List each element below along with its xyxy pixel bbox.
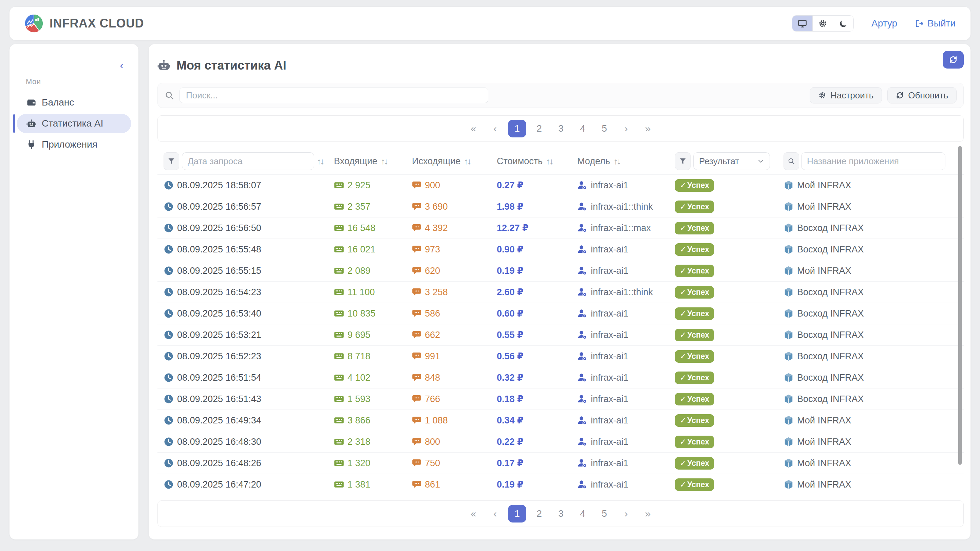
clock-icon <box>164 458 174 468</box>
table-row: 08.09.2025 16:54:23 11 100 3 258 2.60 ₽ … <box>158 281 964 303</box>
logout-label: Выйти <box>928 18 956 29</box>
result-filter-select[interactable]: Результат <box>693 152 770 170</box>
check-icon: ✓ <box>680 395 686 403</box>
user-link[interactable]: Артур <box>872 18 897 29</box>
app-box-icon <box>784 308 794 319</box>
request-date: 08.09.2025 16:56:57 <box>177 202 261 212</box>
request-date: 08.09.2025 16:55:15 <box>177 266 261 276</box>
sidebar-item-label: Статистика AI <box>42 118 103 129</box>
check-icon: ✓ <box>680 417 686 424</box>
clock-icon <box>164 223 174 233</box>
sidebar-item-ai-statistics[interactable]: Статистика AI <box>17 114 131 133</box>
refresh-page-button[interactable] <box>943 51 964 68</box>
pagination-page-4[interactable]: 4 <box>574 120 592 137</box>
app-box-icon <box>784 202 794 212</box>
app-box-icon <box>784 223 794 233</box>
column-header-model[interactable]: Модель↑↓ <box>577 156 620 167</box>
app-name: Восход INFRAX <box>797 330 864 340</box>
status-badge: ✓Успех <box>675 478 714 491</box>
table-row: 08.09.2025 16:56:50 16 548 4 392 12.27 ₽… <box>158 217 964 238</box>
status-badge: ✓Успех <box>675 436 714 448</box>
robot-icon <box>27 119 36 129</box>
search-icon <box>788 157 795 165</box>
main-panel: Моя статистика AI Настроить Обновить «‹1… <box>149 44 970 540</box>
keyboard-icon <box>334 480 344 490</box>
output-tokens: 848 <box>425 373 440 383</box>
pagination-prev[interactable]: ‹ <box>486 505 504 522</box>
model-name: infrax-ai1 <box>591 437 628 447</box>
request-date: 08.09.2025 16:51:43 <box>177 394 261 405</box>
vertical-scrollbar-thumb[interactable] <box>958 146 962 465</box>
result-filter-button[interactable] <box>675 152 690 170</box>
configure-button[interactable]: Настроить <box>810 87 882 103</box>
model-name: infrax-ai1 <box>591 394 628 405</box>
chat-bubble-icon <box>412 458 422 468</box>
sidebar-nav: Баланс Статистика AI Приложения <box>10 93 138 154</box>
clock-icon <box>164 244 174 254</box>
app-search-input[interactable] <box>801 152 945 170</box>
pagination-page-5[interactable]: 5 <box>595 120 613 137</box>
person-gear-icon <box>577 308 587 319</box>
theme-system-button[interactable] <box>792 16 813 31</box>
theme-dark-button[interactable] <box>833 16 853 31</box>
sidebar-item-applications[interactable]: Приложения <box>17 135 131 154</box>
pagination-first[interactable]: « <box>465 120 482 137</box>
input-tokens: 4 102 <box>347 373 371 383</box>
pagination-page-3[interactable]: 3 <box>552 505 570 522</box>
logout-link[interactable]: Выйти <box>915 18 956 29</box>
pagination-page-1[interactable]: 1 <box>508 120 526 137</box>
pagination-first[interactable]: « <box>465 505 482 522</box>
pagination-page-1[interactable]: 1 <box>508 505 526 522</box>
column-header-input-tokens[interactable]: Входящие↑↓ <box>334 156 387 167</box>
output-tokens: 620 <box>425 266 440 276</box>
page-title: Моя статистика AI <box>177 58 286 73</box>
request-cost: 0.22 ₽ <box>497 436 523 447</box>
column-header-output-tokens[interactable]: Исходящие↑↓ <box>412 156 470 167</box>
chat-bubble-icon <box>412 181 422 190</box>
model-name: infrax-ai1::think <box>591 202 653 212</box>
sidebar-section-label: Мои <box>26 77 138 86</box>
output-tokens: 861 <box>425 480 440 490</box>
model-name: infrax-ai1 <box>591 308 628 319</box>
sidebar-collapse-button[interactable]: ‹ <box>120 60 124 71</box>
check-icon: ✓ <box>680 310 686 318</box>
table-body: 08.09.2025 18:58:07 2 925 900 0.27 ₽ inf… <box>158 175 964 495</box>
request-cost: 0.60 ₽ <box>497 308 523 319</box>
clock-icon <box>164 180 174 191</box>
app-name: Мой INFRAX <box>797 266 851 276</box>
theme-settings-button[interactable] <box>813 16 833 31</box>
sidebar-item-balance[interactable]: Баланс <box>17 93 131 112</box>
pagination-last[interactable]: » <box>639 505 657 522</box>
search-input[interactable] <box>180 87 488 103</box>
pagination-next[interactable]: › <box>617 120 635 137</box>
pagination-prev[interactable]: ‹ <box>486 120 504 137</box>
pagination-page-4[interactable]: 4 <box>574 505 592 522</box>
pagination-last[interactable]: » <box>639 120 657 137</box>
model-name: infrax-ai1 <box>591 180 628 191</box>
model-name: infrax-ai1 <box>591 330 628 340</box>
person-gear-icon <box>577 330 587 340</box>
pagination-next[interactable]: › <box>617 505 635 522</box>
refresh-button[interactable]: Обновить <box>887 87 956 103</box>
sort-icon: ↑↓ <box>464 156 470 166</box>
brand[interactable]: INFRAX CLOUD <box>24 14 144 33</box>
pagination-page-3[interactable]: 3 <box>552 120 570 137</box>
sort-icon: ↑↓ <box>381 156 387 166</box>
clock-icon <box>164 308 174 319</box>
model-name: infrax-ai1 <box>591 266 628 276</box>
moon-icon <box>839 19 848 28</box>
pagination-page-2[interactable]: 2 <box>530 505 548 522</box>
app-search-button[interactable] <box>784 152 799 170</box>
person-gear-icon <box>577 480 587 490</box>
plug-icon <box>27 140 36 149</box>
request-date: 08.09.2025 16:48:26 <box>177 458 261 468</box>
column-header-cost[interactable]: Стоимость↑↓ <box>497 156 552 167</box>
sort-icon[interactable]: ↑↓ <box>317 156 323 166</box>
pagination-page-5[interactable]: 5 <box>595 505 613 522</box>
date-filter-button[interactable] <box>164 152 179 170</box>
date-filter-input[interactable] <box>182 152 314 170</box>
logout-icon <box>915 19 924 28</box>
check-icon: ✓ <box>680 331 686 339</box>
keyboard-icon <box>334 373 344 383</box>
pagination-page-2[interactable]: 2 <box>530 120 548 137</box>
